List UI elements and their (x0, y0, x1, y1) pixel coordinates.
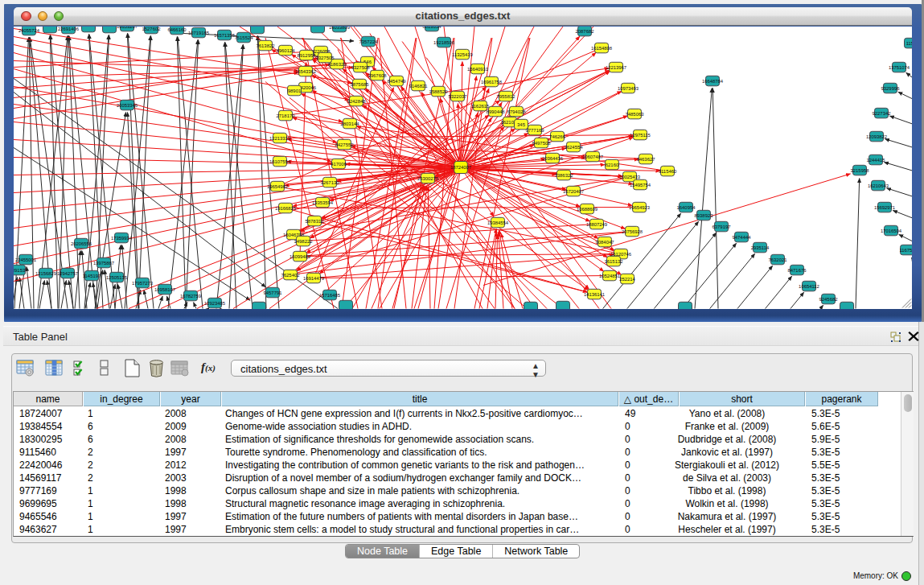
svg-text:62160: 62160 (606, 162, 619, 167)
svg-text:12505135: 12505135 (106, 274, 128, 279)
svg-text:9327505: 9327505 (316, 55, 335, 60)
svg-text:1615132: 1615132 (605, 258, 623, 263)
svg-text:9457791: 9457791 (264, 290, 282, 295)
svg-text:1588520: 1588520 (429, 89, 449, 93)
svg-text:16099489: 16099489 (290, 253, 310, 258)
svg-text:17957273: 17957273 (132, 280, 154, 285)
svg-text:16210643: 16210643 (868, 183, 889, 187)
svg-text:19384554: 19384554 (487, 220, 509, 225)
svg-text:15716485: 15716485 (319, 292, 341, 297)
svg-text:7515524: 7515524 (235, 35, 254, 39)
svg-text:18724007: 18724007 (450, 165, 471, 170)
svg-text:8990448: 8990448 (487, 109, 506, 113)
svg-text:8427552: 8427552 (335, 142, 354, 146)
svg-text:20206556: 20206556 (71, 241, 92, 245)
svg-text:1162615: 1162615 (471, 103, 490, 108)
svg-text:7955812: 7955812 (497, 93, 515, 98)
svg-text:5875685: 5875685 (351, 81, 370, 86)
svg-text:10688609: 10688609 (577, 206, 598, 211)
svg-text:7632021: 7632021 (769, 257, 787, 262)
svg-text:1527602: 1527602 (142, 27, 161, 31)
svg-text:2935114: 2935114 (751, 245, 770, 249)
svg-text:25300275: 25300275 (417, 175, 439, 180)
svg-text:17016504: 17016504 (881, 228, 902, 233)
svg-text:12213319: 12213319 (269, 135, 290, 140)
svg-text:12156829: 12156829 (35, 270, 56, 275)
svg-text:19654982: 19654982 (267, 183, 288, 188)
svg-text:10958107: 10958107 (154, 286, 175, 291)
svg-text:12942757: 12942757 (57, 270, 78, 275)
svg-text:1145197: 1145197 (83, 273, 101, 278)
svg-text:8912954: 8912954 (298, 52, 317, 57)
svg-text:9474444: 9474444 (733, 234, 752, 239)
svg-text:9084047: 9084047 (596, 239, 614, 244)
svg-text:13353594: 13353594 (312, 200, 334, 204)
svg-text:8454749: 8454749 (388, 78, 406, 83)
svg-text:17359934: 17359934 (111, 235, 133, 240)
svg-text:10524851: 10524851 (599, 273, 620, 278)
svg-text:10607487: 10607487 (582, 154, 603, 159)
svg-text:5322037: 5322037 (449, 93, 467, 98)
svg-text:16107554: 16107554 (269, 159, 291, 163)
svg-text:12923485: 12923485 (204, 300, 226, 305)
svg-text:16914479: 16914479 (303, 275, 324, 280)
svg-text:16961758: 16961758 (481, 79, 503, 84)
svg-text:9115460: 9115460 (659, 168, 677, 173)
svg-text:12975115: 12975115 (630, 132, 651, 137)
svg-text:9327508: 9327508 (351, 64, 371, 69)
svg-text:252214: 252214 (619, 276, 635, 281)
svg-text:2967608: 2967608 (368, 72, 388, 77)
svg-text:12093822: 12093822 (866, 134, 887, 138)
svg-text:7485063: 7485063 (626, 111, 645, 116)
svg-text:1244415: 1244415 (867, 157, 886, 162)
svg-text:16571355: 16571355 (214, 32, 236, 37)
svg-text:9146821: 9146821 (409, 83, 428, 88)
svg-text:22455001: 22455001 (15, 257, 36, 262)
svg-text:7625402: 7625402 (281, 272, 300, 277)
svg-text:6794028: 6794028 (507, 109, 527, 113)
svg-text:9329996: 9329996 (881, 85, 901, 90)
svg-text:15640910: 15640910 (467, 66, 489, 71)
svg-text:16543362: 16543362 (295, 68, 316, 73)
svg-text:3624554: 3624554 (565, 144, 584, 149)
svg-text:2087682: 2087682 (576, 28, 594, 33)
svg-text:24055724: 24055724 (18, 27, 40, 32)
svg-text:7386322: 7386322 (555, 172, 573, 177)
svg-text:1151: 1151 (906, 40, 912, 45)
svg-text:20053346: 20053346 (117, 102, 138, 107)
svg-text:39153: 39153 (14, 267, 26, 272)
svg-text:19166825: 19166825 (275, 205, 297, 210)
svg-text:345: 345 (517, 122, 526, 126)
svg-text:10654112: 10654112 (799, 283, 819, 288)
svg-text:6497508: 6497508 (532, 140, 552, 145)
svg-text:8960124: 8960124 (277, 47, 296, 52)
svg-text:3267130: 3267130 (321, 179, 340, 184)
svg-text:5878312: 5878312 (306, 218, 324, 223)
svg-text:8938923: 8938923 (695, 212, 714, 217)
svg-text:13751074: 13751074 (889, 64, 910, 69)
svg-text:6466160: 6466160 (168, 27, 187, 31)
svg-text:9242848: 9242848 (347, 98, 367, 103)
svg-text:10719185: 10719185 (188, 30, 210, 35)
svg-text:8471676: 8471676 (788, 267, 807, 272)
svg-text:1640954: 1640954 (677, 204, 696, 209)
svg-text:6379197: 6379197 (713, 224, 731, 229)
svg-text:2803144: 2803144 (341, 121, 360, 126)
svg-text:9245682: 9245682 (819, 296, 838, 301)
svg-text:11325419: 11325419 (452, 51, 473, 56)
svg-text:1498222: 1498222 (294, 238, 313, 243)
svg-text:16154808: 16154808 (591, 45, 613, 50)
svg-text:9227342: 9227342 (873, 110, 891, 115)
svg-text:15692971: 15692971 (874, 204, 895, 209)
svg-text:2718170: 2718170 (277, 113, 296, 117)
svg-text:20756928: 20756928 (622, 229, 643, 233)
svg-text:16782759: 16782759 (180, 293, 201, 298)
svg-text:10973493: 10973493 (618, 85, 639, 90)
svg-text:14136141: 14136141 (584, 291, 605, 296)
svg-text:16648784: 16648784 (702, 78, 724, 83)
svg-text:22691406: 22691406 (58, 27, 80, 31)
svg-text:15720407: 15720407 (563, 188, 584, 193)
svg-text:116753: 116753 (899, 247, 912, 252)
svg-text:16033809: 16033809 (329, 27, 350, 30)
svg-text:10025433: 10025433 (619, 174, 641, 179)
